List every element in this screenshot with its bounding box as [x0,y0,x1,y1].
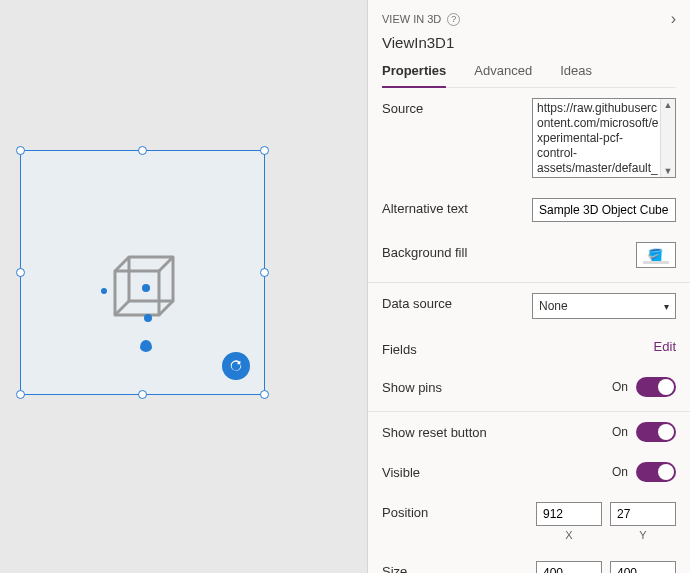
chevron-right-icon[interactable]: › [671,10,676,28]
resize-handle-tm[interactable] [138,146,147,155]
position-y-input[interactable] [610,502,676,526]
pin-icon[interactable] [101,288,107,294]
pin-icon[interactable] [144,314,152,322]
reset-icon [229,359,243,373]
source-value: https://raw.githubusercontent.com/micros… [537,101,661,176]
resize-handle-bm[interactable] [138,390,147,399]
visible-state: On [612,465,628,479]
scroll-up-icon[interactable]: ▲ [664,99,673,111]
resize-handle-bl[interactable] [16,390,25,399]
showreset-label: Show reset button [382,422,532,440]
fields-edit-link[interactable]: Edit [654,339,676,354]
view3d-control[interactable] [20,150,265,395]
resize-handle-ml[interactable] [16,268,25,277]
breadcrumb-label: View in 3D [382,13,441,25]
help-icon[interactable]: ? [447,13,460,26]
width-input[interactable] [536,561,602,573]
tab-advanced[interactable]: Advanced [474,63,532,87]
showreset-toggle[interactable] [636,422,676,442]
height-input[interactable] [610,561,676,573]
bgfill-label: Background fill [382,242,532,260]
datasource-value: None [539,299,568,313]
position-x-input[interactable] [536,502,602,526]
pin-icon[interactable] [140,340,152,352]
paint-bucket-icon: 🪣 [647,247,664,263]
showpins-toggle[interactable] [636,377,676,397]
svg-line-5 [159,301,173,315]
visible-label: Visible [382,462,532,480]
chevron-down-icon: ▾ [664,301,669,312]
showpins-label: Show pins [382,377,532,395]
showpins-state: On [612,380,628,394]
tabs: Properties Advanced Ideas [382,51,676,88]
resize-handle-tr[interactable] [260,146,269,155]
y-label: Y [610,529,676,541]
reset-button[interactable] [222,352,250,380]
visible-toggle[interactable] [636,462,676,482]
source-label: Source [382,98,532,116]
scroll-down-icon[interactable]: ▼ [664,165,673,177]
control-name: ViewIn3D1 [382,28,676,51]
background-fill-button[interactable]: 🪣 [636,242,676,268]
datasource-select[interactable]: None ▾ [532,293,676,319]
svg-line-4 [115,301,129,315]
svg-line-3 [159,257,173,271]
tab-properties[interactable]: Properties [382,63,446,88]
properties-panel: View in 3D ? › ViewIn3D1 Properties Adva… [367,0,690,573]
showreset-state: On [612,425,628,439]
size-label: Size [382,561,532,573]
fields-label: Fields [382,339,532,357]
x-label: X [536,529,602,541]
resize-handle-tl[interactable] [16,146,25,155]
alt-text-label: Alternative text [382,198,532,216]
tab-ideas[interactable]: Ideas [560,63,592,87]
alt-text-input[interactable] [532,198,676,222]
resize-handle-br[interactable] [260,390,269,399]
resize-handle-mr[interactable] [260,268,269,277]
svg-line-2 [115,257,129,271]
source-input[interactable]: https://raw.githubusercontent.com/micros… [532,98,676,178]
pin-icon[interactable] [142,284,150,292]
breadcrumb[interactable]: View in 3D ? [382,13,460,26]
position-label: Position [382,502,532,520]
canvas-area[interactable] [0,0,367,573]
datasource-label: Data source [382,293,532,311]
scrollbar[interactable]: ▲▼ [660,99,675,177]
